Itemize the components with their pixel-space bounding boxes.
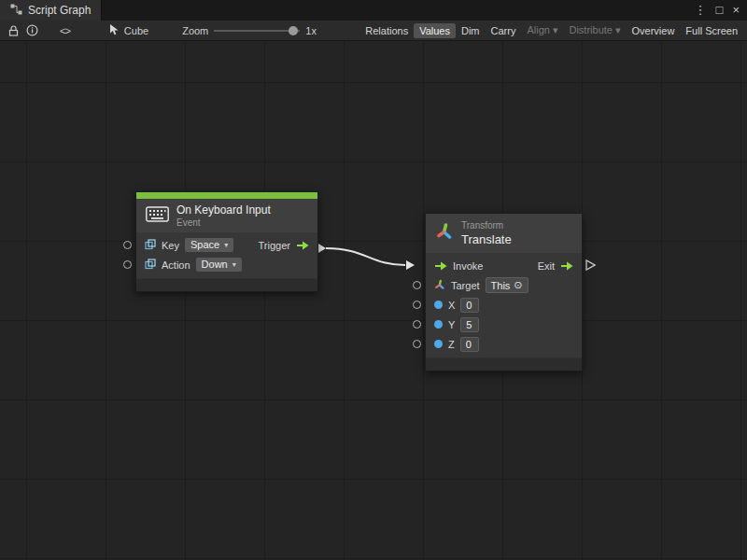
trigger-output-port[interactable] [296,241,309,250]
target-label: Target [451,280,480,291]
zoom-control: Zoom 1x [182,25,317,36]
key-label: Key [162,240,179,251]
zoom-slider-knob[interactable] [289,26,298,35]
connection-end-arrow [406,260,415,270]
graph-canvas[interactable]: On Keyboard Input Event Key Space [0,41,747,560]
z-input-port[interactable] [413,340,421,348]
zoom-value: 1x [305,25,317,36]
align-button: Align ▾ [521,22,563,38]
key-dropdown[interactable]: Space ▾ [185,238,233,252]
x-label: X [448,300,455,311]
number-port-icon [434,320,443,329]
distribute-button: Distribute ▾ [563,22,626,38]
target-row: Target This ⊙ [426,275,582,295]
number-port-icon [434,340,443,348]
connection-start-arrow [318,244,326,253]
zoom-slider-track [214,30,300,32]
z-value-field[interactable]: 0 [460,337,479,352]
translate-node-header[interactable]: Transform Translate [426,214,582,253]
fullscreen-button[interactable]: Full Screen [680,23,743,38]
translate-node-category: Transform [461,220,512,231]
target-input-port[interactable] [413,281,421,289]
tab-script-graph[interactable]: Script Graph [0,0,102,21]
value-input-icon [145,239,156,252]
z-row: Z 0 [426,334,582,354]
target-this-label: This [491,280,511,291]
graph-owner: Cube [109,23,148,37]
y-input-port[interactable] [413,320,421,329]
more-menu-icon[interactable]: ⋮ [695,0,707,21]
window-controls: ⋮ □ × [695,0,747,21]
zoom-slider[interactable] [214,25,300,36]
exit-label: Exit [538,260,555,272]
y-label: Y [448,319,455,330]
overview-button[interactable]: Overview [627,23,681,38]
y-value-field[interactable]: 5 [460,317,479,332]
action-row: Action Down ▾ [136,255,317,274]
relations-button[interactable]: Relations [359,23,414,38]
action-dropdown-value: Down [202,259,228,271]
key-dropdown-value: Space [190,239,219,251]
event-node-footer [136,278,317,291]
graph-toolbar: <> Cube Zoom 1x Relations Values Dim Car… [0,21,747,41]
node-transform-translate[interactable]: Transform Translate Invoke Exit [425,213,583,371]
toolbar-buttons: Relations Values Dim Carry Align ▾ Distr… [359,22,743,38]
exit-port-stub-icon[interactable] [586,260,595,270]
z-label: Z [448,339,455,350]
event-node-header[interactable]: On Keyboard Input Event [136,199,317,232]
invoke-input-port[interactable] [434,261,447,271]
event-color-bar [136,192,317,199]
key-input-port[interactable] [123,241,132,249]
translate-node-footer [426,357,582,371]
action-input-port[interactable] [123,260,132,269]
transform-mini-icon [434,279,445,292]
x-value-field[interactable]: 0 [460,298,479,313]
number-port-icon [434,301,443,309]
value-input-icon [145,259,156,272]
tab-bar: Script Graph ⋮ □ × [0,0,747,21]
maximize-icon[interactable]: □ [716,0,724,21]
code-preview-icon[interactable]: <> [60,25,70,36]
lock-icon[interactable] [4,22,22,39]
pointer-icon [109,23,120,37]
event-node-body: Key Space ▾ Trigger [136,232,317,278]
event-node-subtitle: Event [176,217,271,228]
node-on-keyboard-input[interactable]: On Keyboard Input Event Key Space [135,191,318,292]
graph-icon [10,4,22,18]
tab-title: Script Graph [28,4,91,17]
zoom-label: Zoom [182,25,208,36]
y-row: Y 5 [426,315,582,334]
translate-node-title: Translate [461,232,512,246]
info-icon[interactable] [22,22,41,39]
exit-output-port[interactable] [560,261,573,271]
chevron-down-icon: ▾ [233,259,236,271]
x-input-port[interactable] [413,301,421,309]
keyboard-icon [146,206,169,226]
key-row: Key Space ▾ Trigger [136,235,317,255]
target-this-button[interactable]: This ⊙ [486,277,529,293]
values-button[interactable]: Values [414,23,456,38]
event-node-title: On Keyboard Input [176,203,271,217]
connection-layer [0,41,747,560]
action-label: Action [162,259,190,271]
action-dropdown[interactable]: Down ▾ [196,258,242,272]
chevron-down-icon: ▾ [224,239,228,251]
trigger-label: Trigger [259,240,290,251]
dim-button[interactable]: Dim [456,23,486,38]
invoke-label: Invoke [453,260,483,272]
transform-icon [435,222,454,245]
connection-wire[interactable] [326,248,405,265]
object-name[interactable]: Cube [124,25,148,36]
script-graph-window: Script Graph ⋮ □ × <> [0,0,747,41]
invoke-row: Invoke Exit [426,256,582,275]
target-gizmo-icon: ⊙ [514,279,522,291]
x-row: X 0 [426,295,582,315]
translate-node-body: Invoke Exit [426,253,582,357]
carry-button[interactable]: Carry [486,23,522,38]
close-icon[interactable]: × [732,0,740,21]
